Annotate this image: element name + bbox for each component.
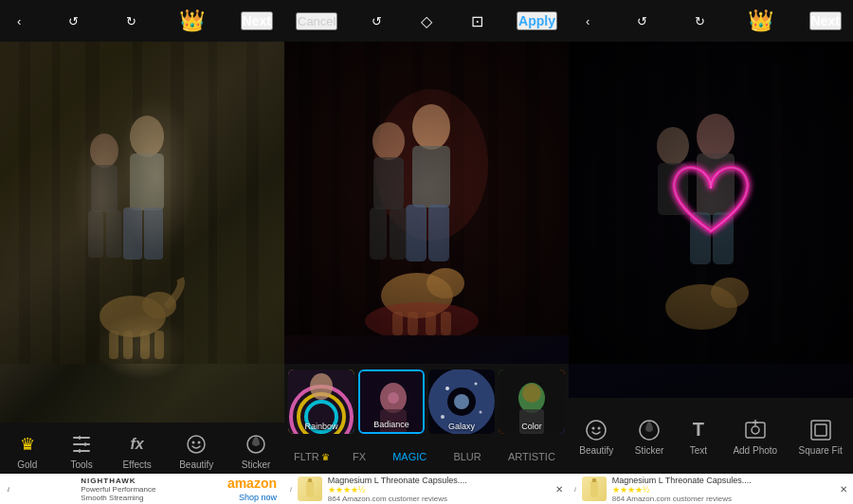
svg-rect-96 <box>569 42 853 364</box>
right-ad-close[interactable]: ✕ <box>840 484 847 495</box>
tool-sticker[interactable]: Sticker <box>242 431 271 470</box>
left-ad-bar[interactable]: i NIGHTHAWK Powerful Performance Smooth … <box>0 474 284 504</box>
mid-ad-product-sub: 864 Amazon.com customer reviews <box>328 495 550 503</box>
tool-beautify[interactable]: Beautify <box>179 431 213 470</box>
tool-effects[interactable]: fx Effects <box>122 431 151 470</box>
right-undo-button[interactable]: ↺ <box>631 10 653 32</box>
right-ad-product-img <box>582 477 607 501</box>
tool-gold[interactable]: ♛ Gold <box>14 431 41 470</box>
filter-badiance-label: Badiance <box>360 420 423 429</box>
right-image-area <box>569 42 853 398</box>
left-ad-tagline1: Powerful Performance <box>81 485 155 494</box>
left-forest-svg <box>0 42 284 364</box>
svg-rect-27 <box>84 442 86 446</box>
filter-badiance[interactable]: Badiance <box>358 369 425 434</box>
right-square-fit-icon <box>808 417 834 443</box>
svg-rect-57 <box>284 42 569 335</box>
mid-apply-button[interactable]: Apply <box>517 11 557 30</box>
filter-color-label: Color <box>499 422 565 431</box>
right-image-bg <box>569 42 853 398</box>
tool-tools-label: Tools <box>70 459 92 470</box>
svg-point-29 <box>188 436 205 453</box>
left-undo-button[interactable]: ↺ <box>63 10 84 32</box>
right-ad-stars-row: ★★★★½ <box>612 485 834 495</box>
right-ad-product-sub: 864 Amazon.com customer reviews <box>612 495 834 503</box>
right-next-button[interactable]: Next <box>809 11 842 30</box>
left-ad-tagline2: Smooth Streaming <box>81 494 155 502</box>
right-ad-marker: i <box>574 485 576 494</box>
svg-rect-107 <box>590 480 598 497</box>
tool-tools[interactable]: Tools <box>68 431 95 470</box>
svg-rect-23 <box>73 437 90 439</box>
svg-point-72 <box>480 411 482 414</box>
right-bottom-tools: Beautify Sticker T Text <box>569 398 853 474</box>
left-crown-icon[interactable]: 👑 <box>179 9 205 33</box>
left-topbar: ‹ ↺ ↻ 👑 Next <box>0 0 284 42</box>
nav-magic[interactable]: MAGIC <box>389 449 430 464</box>
nav-blur[interactable]: BLUR <box>449 449 484 464</box>
right-beautify-icon <box>583 417 609 443</box>
right-tool-square-fit[interactable]: Square Fit <box>799 417 843 456</box>
svg-point-30 <box>192 441 195 443</box>
right-ad-stars: ★★★★½ <box>612 485 650 495</box>
filter-rainbow[interactable]: Rainbow <box>288 369 354 434</box>
svg-point-69 <box>454 394 469 409</box>
mid-crop-button[interactable]: ⊡ <box>465 9 489 34</box>
mid-ad-close[interactable]: ✕ <box>555 484 563 495</box>
svg-rect-22 <box>0 42 284 364</box>
mid-eraser-button[interactable]: ◇ <box>415 9 438 34</box>
nav-artistic[interactable]: ARTISTIC <box>504 449 559 464</box>
tool-effects-label: Effects <box>122 459 151 470</box>
left-shop-now[interactable]: Shop now <box>239 493 277 502</box>
beautify-icon <box>183 431 209 458</box>
svg-point-66 <box>388 392 399 404</box>
svg-point-62 <box>310 373 333 400</box>
mid-ad-bar[interactable]: i Magnesium L Threonate Capsules.... ★★★… <box>284 474 569 504</box>
right-tool-text[interactable]: T Text <box>685 417 712 456</box>
effects-icon: fx <box>124 431 151 458</box>
mid-cancel-button[interactable]: Cancel <box>296 12 337 30</box>
mid-ad-product-img <box>298 477 322 501</box>
product-bottle-icon <box>299 478 320 499</box>
filter-color[interactable]: Color <box>499 369 565 434</box>
nav-fx[interactable]: FX <box>349 449 370 464</box>
right-crown-icon[interactable]: 👑 <box>748 9 773 33</box>
filter-galaxy[interactable]: Galaxy <box>428 369 495 434</box>
mid-filter-strip: Rainbow Badiance Galaxy <box>284 364 569 440</box>
right-text-label: Text <box>690 445 707 456</box>
mid-image-svg <box>284 42 569 335</box>
svg-point-73 <box>441 415 445 419</box>
right-redo-button[interactable]: ↻ <box>689 10 711 32</box>
right-product-bottle-icon <box>584 478 605 499</box>
right-tool-add-photo[interactable]: Add Photo <box>733 417 777 456</box>
svg-point-97 <box>587 421 606 440</box>
tool-gold-label: Gold <box>17 459 37 470</box>
svg-rect-79 <box>308 478 312 482</box>
left-image-area <box>0 42 284 423</box>
right-sticker-label: Sticker <box>635 445 664 456</box>
mid-image-area <box>284 42 569 364</box>
left-back-button[interactable]: ‹ <box>11 10 27 32</box>
svg-point-77 <box>522 384 541 403</box>
right-tool-sticker[interactable]: Sticker <box>635 417 664 456</box>
svg-point-99 <box>598 426 601 429</box>
mid-ad-marker: i <box>290 485 292 494</box>
tools-icon <box>68 431 95 458</box>
right-text-icon: T <box>685 417 712 443</box>
left-next-button[interactable]: Next <box>241 11 273 30</box>
svg-rect-106 <box>815 424 826 436</box>
svg-rect-24 <box>73 443 90 445</box>
svg-rect-78 <box>306 480 314 497</box>
svg-point-98 <box>592 426 595 429</box>
right-ad-bar[interactable]: i Magnesium L Threonate Capsules.... ★★★… <box>569 474 853 504</box>
svg-point-71 <box>475 383 478 386</box>
right-tool-beautify[interactable]: Beautify <box>579 417 613 456</box>
left-redo-button[interactable]: ↻ <box>120 10 142 32</box>
left-amazon-logo: amazon <box>227 476 277 491</box>
nav-fltr[interactable]: FLTR ♛ <box>294 451 330 462</box>
mid-rotate-button[interactable]: ↺ <box>366 10 388 32</box>
right-back-button[interactable]: ‹ <box>580 10 595 32</box>
mid-ad-stars-row: ★★★★½ <box>328 485 550 495</box>
left-bottom-bar: ♛ Gold Tools fx Effect <box>0 423 284 504</box>
right-ad-product-title: Magnesium L Threonate Capsules.... <box>612 476 834 485</box>
